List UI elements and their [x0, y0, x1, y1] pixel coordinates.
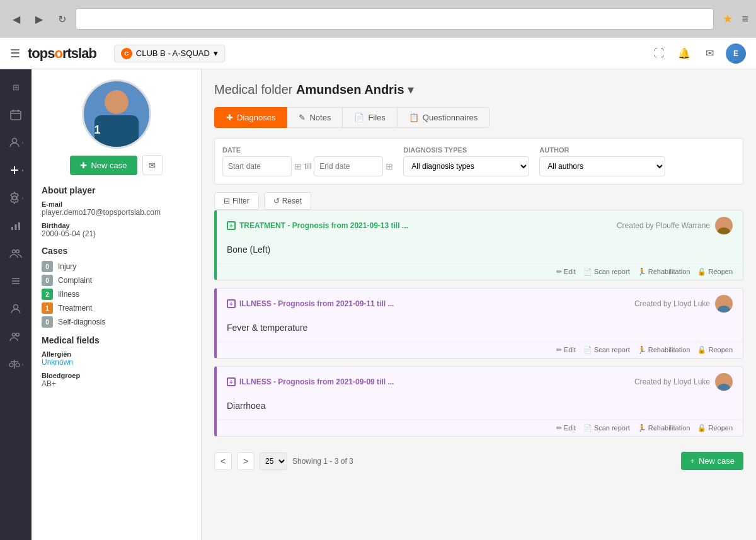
diagnosis-type-select[interactable]: All diagnosis types — [403, 156, 529, 176]
svg-rect-8 — [18, 222, 20, 230]
tab-questionnaires[interactable]: 📋 Questionnaires — [398, 107, 490, 128]
card-creator-3: Created by Lloyd Luke — [634, 373, 733, 391]
address-bar[interactable] — [76, 8, 714, 30]
new-case-footer-icon: + — [690, 456, 695, 466]
author-select[interactable]: All authors — [539, 156, 665, 176]
browser-menu-icon[interactable]: ≡ — [742, 13, 748, 26]
back-button[interactable]: ◀ — [8, 10, 25, 28]
prev-page-button[interactable]: < — [214, 452, 232, 470]
bookmark-star-icon[interactable]: ★ — [723, 12, 733, 26]
sidebar-item-settings[interactable]: › — [3, 185, 28, 210]
sidebar-item-home[interactable]: ⊞ — [3, 74, 28, 100]
svg-point-25 — [721, 376, 727, 382]
allergien-value[interactable]: Unknown — [42, 358, 191, 367]
cases-title: Cases — [42, 246, 191, 256]
treatment-prognosis-1: TREATMENT - Prognosis from 2021-09-13 ti… — [239, 221, 408, 230]
treatment-label: Treatment — [58, 304, 92, 313]
medical-fields-section: Medical fields Allergiën Unknown Bloedgr… — [42, 335, 191, 388]
creator-avatar-2 — [715, 295, 733, 313]
diagnosis-name-1: Bone (Left) — [227, 244, 733, 255]
card-body-1: Bone (Left) — [217, 241, 743, 263]
card-creator-2: Created by Lloyd Luke — [634, 295, 733, 313]
scan-report-btn-3[interactable]: 📄 Scan report — [583, 424, 630, 432]
pagination-row: < > 25 Showing 1 - 3 of 3 + New case — [214, 447, 743, 475]
scan-report-btn-1[interactable]: 📄 Scan report — [583, 268, 630, 276]
sidebar-item-medical[interactable]: › — [3, 158, 28, 183]
medical-fields-title: Medical fields — [42, 335, 191, 345]
new-case-footer-label: New case — [699, 456, 735, 466]
reopen-btn-2[interactable]: 🔓 Reopen — [697, 346, 733, 354]
diagnosis-card-2: + ILLNESS - Prognosis from 2021-09-11 ti… — [214, 288, 743, 359]
club-selector[interactable]: C CLUB B - A-SQUAD ▾ — [114, 45, 225, 62]
about-section: About player E-mail player.demo170@topsp… — [42, 185, 191, 238]
notification-icon[interactable]: 🔔 — [675, 45, 693, 62]
mail-icon[interactable]: ✉ — [701, 45, 718, 62]
sidebar-item-players[interactable]: › — [3, 130, 28, 155]
sidebar-item-charts[interactable] — [3, 213, 28, 238]
email-button[interactable]: ✉ — [142, 155, 163, 175]
svg-rect-0 — [11, 111, 21, 120]
reopen-btn-1[interactable]: 🔓 Reopen — [697, 268, 733, 276]
tab-files[interactable]: 📄 Files — [343, 107, 397, 128]
case-item-illness: 2 Illness — [42, 289, 191, 300]
patient-title: Medical folder Amundsen Andris ▾ — [214, 83, 414, 96]
illness-prognosis-3: ILLNESS - Prognosis from 2021-09-09 till… — [239, 377, 394, 386]
svg-point-20 — [16, 363, 20, 367]
new-case-label: New case — [91, 161, 127, 170]
player-avatar: 1 — [82, 79, 151, 149]
left-panel: 1 ✚ New case ✉ About player E-m — [32, 69, 202, 540]
forward-button[interactable]: ▶ — [30, 10, 48, 28]
diagnosis-types-label: Diagnosis types — [403, 146, 529, 154]
card-actions-1: ✏ Edit 📄 Scan report 🏃 Rehabilitation 🔓 … — [217, 263, 743, 280]
creator-name-2: Created by Lloyd Luke — [634, 299, 710, 308]
hamburger-icon[interactable]: ☰ — [10, 47, 20, 60]
birthday-value: 2000-05-04 (21) — [42, 229, 191, 238]
scan-report-btn-2[interactable]: 📄 Scan report — [583, 346, 630, 354]
sidebar-item-person[interactable] — [3, 296, 28, 321]
creator-name-3: Created by Lloyd Luke — [634, 377, 710, 386]
email-icon: ✉ — [149, 161, 156, 170]
reset-button[interactable]: ↺ Reset — [264, 192, 311, 210]
edit-btn-2[interactable]: ✏ Edit — [556, 346, 576, 354]
case-item-injury: 0 Injury — [42, 261, 191, 272]
per-page-select[interactable]: 25 — [260, 452, 287, 470]
maximize-icon[interactable]: ⛶ — [650, 45, 668, 62]
patient-dropdown-icon[interactable]: ▾ — [408, 83, 414, 96]
edit-btn-3[interactable]: ✏ Edit — [556, 424, 576, 432]
complaint-label: Complaint — [58, 276, 92, 285]
tab-diagnoses[interactable]: ✚ Diagnoses — [214, 107, 287, 128]
reopen-btn-3[interactable]: 🔓 Reopen — [697, 424, 733, 432]
sidebar-item-list[interactable] — [3, 268, 28, 294]
injury-count-badge: 0 — [42, 261, 53, 272]
start-date-input[interactable] — [222, 156, 292, 176]
tab-notes[interactable]: ✎ Notes — [287, 107, 343, 128]
end-date-input[interactable] — [314, 156, 383, 176]
new-case-footer-button[interactable]: + New case — [681, 452, 743, 470]
svg-point-21 — [721, 220, 727, 226]
rehabilitation-btn-1[interactable]: 🏃 Rehabilitation — [638, 268, 690, 276]
svg-point-14 — [14, 305, 18, 309]
author-filter-label: Author — [539, 146, 665, 154]
club-label: CLUB B - A-SQUAD — [136, 49, 210, 58]
filter-button[interactable]: ⊟ Filter — [214, 192, 259, 210]
sidebar-item-scales[interactable]: › — [3, 352, 28, 377]
filter-btn-label: Filter — [232, 197, 249, 205]
next-page-button[interactable]: > — [237, 452, 255, 470]
app-shell: ☰ topsortslab C CLUB B - A-SQUAD ▾ ⛶ 🔔 ✉… — [0, 38, 756, 540]
edit-btn-1[interactable]: ✏ Edit — [556, 268, 576, 276]
user-avatar[interactable]: E — [726, 43, 746, 64]
new-case-button[interactable]: ✚ New case — [70, 156, 137, 175]
email-label: E-mail — [42, 200, 191, 208]
files-tab-label: Files — [368, 113, 385, 122]
sidebar-item-group[interactable] — [3, 324, 28, 349]
sidebar-item-calendar[interactable] — [3, 102, 28, 127]
rehabilitation-btn-3[interactable]: 🏃 Rehabilitation — [638, 424, 690, 432]
refresh-button[interactable]: ↻ — [53, 10, 71, 28]
sidebar-item-team[interactable] — [3, 241, 28, 266]
rehabilitation-btn-2[interactable]: 🏃 Rehabilitation — [638, 346, 690, 354]
players-chevron: › — [22, 140, 24, 146]
browser-chrome: ◀ ▶ ↻ ★ ≡ — [0, 0, 756, 38]
tabs: ✚ Diagnoses ✎ Notes 📄 Files 📋 Questionna… — [214, 107, 743, 128]
creator-avatar-3 — [715, 373, 733, 391]
filter-actions: ⊟ Filter ↺ Reset — [214, 192, 743, 210]
